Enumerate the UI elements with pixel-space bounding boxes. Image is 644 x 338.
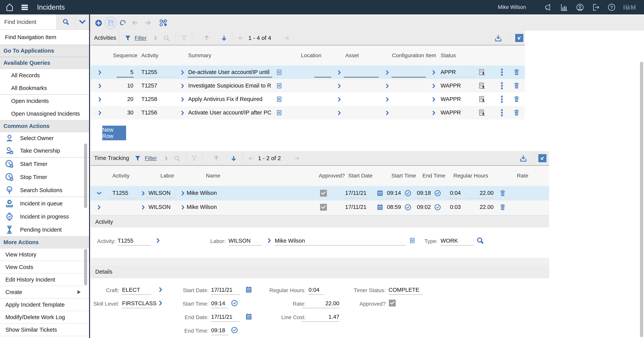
- cell-sequence[interactable]: 5: [110, 69, 134, 75]
- prev-page-icon[interactable]: [248, 155, 254, 162]
- profile-icon[interactable]: [576, 3, 584, 11]
- cell-status[interactable]: WAPPR: [440, 109, 472, 116]
- action-pending-incident[interactable]: Pending Incident: [0, 223, 89, 236]
- row-expand-icon[interactable]: [97, 70, 102, 75]
- long-description-icon[interactable]: [276, 69, 283, 76]
- config-item-chevron-icon[interactable]: [431, 97, 436, 102]
- priority-icon[interactable]: [499, 108, 505, 117]
- workflow-routes-icon[interactable]: [159, 19, 167, 27]
- section-common-actions[interactable]: Common Actions: [0, 120, 89, 132]
- line-cost-value[interactable]: 1.47: [302, 314, 339, 322]
- cell-start-time[interactable]: 09:14: [387, 190, 403, 196]
- query-open-unassigned-incidents[interactable]: Open Unassigned Incidents: [0, 107, 89, 120]
- cell-name[interactable]: Mike Wilson: [187, 204, 244, 210]
- announcements-icon[interactable]: [544, 3, 552, 11]
- activities-filter-link[interactable]: Filter: [134, 31, 146, 45]
- location-chevron-icon[interactable]: [337, 110, 342, 116]
- cell-regular-hours[interactable]: 0:04: [444, 190, 461, 196]
- next-record-icon[interactable]: [144, 19, 152, 26]
- labor-value[interactable]: WILSON: [228, 238, 262, 246]
- find-incident-expand-button[interactable]: [76, 14, 89, 29]
- table-search-icon[interactable]: [163, 35, 170, 42]
- cell-sequence[interactable]: 10: [110, 82, 134, 89]
- action-take-ownership[interactable]: Take Ownership: [0, 144, 89, 157]
- rate-value[interactable]: 22.00: [302, 300, 339, 308]
- asset-chevron-icon[interactable]: [385, 70, 390, 75]
- clear-changes-icon[interactable]: [118, 19, 127, 27]
- calendar-icon[interactable]: [376, 204, 384, 211]
- cell-status[interactable]: WAPPR: [440, 82, 472, 89]
- assignment-icon[interactable]: [478, 109, 486, 117]
- action-search-solutions[interactable]: Search Solutions: [0, 184, 89, 197]
- assignment-icon[interactable]: [478, 68, 486, 76]
- clock-icon[interactable]: [434, 190, 441, 197]
- timer-status-value[interactable]: COMPLETE: [388, 287, 423, 295]
- action-start-timer[interactable]: Start Timer: [0, 157, 89, 171]
- config-item-chevron-icon[interactable]: [431, 110, 436, 116]
- cell-summary[interactable]: Apply Antivirus Fix if Required: [188, 96, 271, 102]
- asset-chevron-icon[interactable]: [385, 83, 390, 89]
- type-value[interactable]: WORK: [440, 238, 474, 246]
- delete-row-icon[interactable]: [513, 95, 520, 103]
- action-incident-in-queue[interactable]: Incident in queue: [0, 197, 89, 210]
- name-chevron-icon[interactable]: [180, 191, 186, 196]
- priority-icon[interactable]: [499, 68, 505, 77]
- section-available-queries[interactable]: Available Queries: [0, 57, 89, 69]
- more-apply-incident-template[interactable]: Apply Incident Template: [0, 299, 89, 311]
- labor-chevron-icon[interactable]: [266, 238, 272, 243]
- labor-name-value[interactable]: Mike Wilson: [275, 238, 406, 246]
- detail-chevron-icon[interactable]: [180, 83, 185, 89]
- regular-hours-value[interactable]: 0:04: [308, 287, 324, 295]
- cell-summary[interactable]: Investigate Suspicious Email to Reques: [188, 82, 271, 89]
- cell-regular-hours[interactable]: 0:03: [444, 204, 461, 210]
- labor-chevron-icon[interactable]: [140, 191, 146, 196]
- craft-chevron-icon[interactable]: [158, 287, 164, 293]
- time-tracking-filter-link[interactable]: Filter: [145, 151, 157, 165]
- cell-sequence[interactable]: 30: [110, 109, 134, 116]
- action-incident-in-progress[interactable]: Incident in progress: [0, 210, 89, 223]
- long-description-icon[interactable]: [276, 109, 283, 116]
- query-all-records[interactable]: All Records: [0, 69, 89, 82]
- clear-filter-icon[interactable]: [191, 155, 198, 162]
- location-chevron-icon[interactable]: [337, 97, 342, 102]
- logout-icon[interactable]: [592, 3, 600, 11]
- calendar-icon[interactable]: [245, 313, 252, 321]
- cell-activity[interactable]: T1255: [112, 190, 140, 196]
- sidebar-scrollbar-more[interactable]: [84, 249, 87, 285]
- name-chevron-icon[interactable]: [180, 205, 186, 210]
- cell-end-time[interactable]: 09:18: [417, 190, 433, 196]
- cell-rate[interactable]: 22.00: [468, 204, 494, 210]
- craft-value[interactable]: ELECT: [122, 287, 151, 295]
- start-time-value[interactable]: 09:14: [211, 300, 228, 308]
- activities-row-2[interactable]: 10 T1257 Investigate Suspicious Email to…: [90, 79, 525, 92]
- previous-row-icon[interactable]: [213, 155, 220, 162]
- end-date-value[interactable]: 17/11/21: [211, 314, 240, 322]
- delete-row-icon[interactable]: [499, 204, 506, 211]
- next-row-icon[interactable]: [230, 155, 237, 162]
- labor-chevron-icon[interactable]: [140, 205, 146, 210]
- cell-status[interactable]: WAPPR: [440, 96, 472, 102]
- download-icon[interactable]: [494, 34, 502, 42]
- action-stop-timer[interactable]: Stop Timer: [0, 171, 89, 184]
- priority-icon[interactable]: [499, 95, 505, 104]
- activities-row-1[interactable]: 5 T1255 De-activate User account/IP unti…: [90, 65, 525, 79]
- find-incident-input[interactable]: Find Incident: [0, 14, 56, 29]
- approved-checkbox[interactable]: [389, 300, 396, 306]
- find-navigation-input[interactable]: Find Navigation Item: [0, 30, 89, 45]
- clock-icon[interactable]: [404, 204, 411, 211]
- cell-summary[interactable]: De-activate User account/IP until PC is: [188, 69, 271, 75]
- action-select-owner[interactable]: Select Owner: [0, 132, 89, 144]
- help-icon[interactable]: [607, 3, 616, 11]
- query-open-incidents[interactable]: Open Incidents: [0, 94, 89, 107]
- delete-row-icon[interactable]: [499, 189, 506, 197]
- cell-status[interactable]: APPR: [440, 69, 472, 75]
- end-time-value[interactable]: 09:18: [211, 327, 228, 335]
- more-create[interactable]: Create: [0, 286, 89, 299]
- more-edit-history-incident[interactable]: Edit History Incident: [0, 274, 89, 286]
- activities-row-4[interactable]: 30 T1256 Activate User account/IP after …: [90, 106, 525, 119]
- cell-sequence[interactable]: 20: [110, 96, 134, 102]
- row-expand-icon[interactable]: [96, 205, 102, 210]
- section-go-to-applications[interactable]: Go To Applications: [0, 45, 89, 57]
- activities-row-3[interactable]: 20 T1258 Apply Antivirus Fix if Required…: [90, 92, 525, 106]
- query-all-bookmarks[interactable]: All Bookmarks: [0, 82, 89, 94]
